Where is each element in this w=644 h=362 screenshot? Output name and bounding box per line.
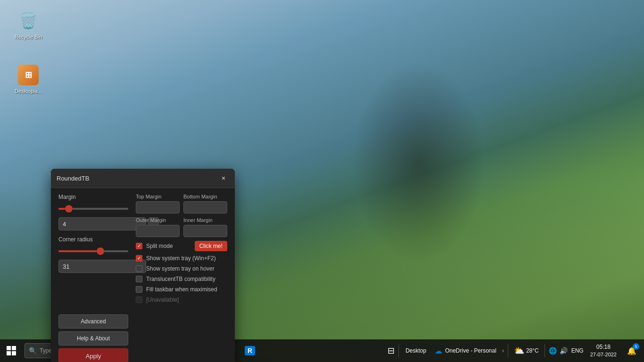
show-system-tray-checkbox[interactable]	[136, 255, 142, 262]
split-mode-row: Split mode Click me!	[136, 241, 227, 251]
dialog-right-panel: Top Margin Bottom Margin Outer Margin In…	[136, 194, 227, 307]
margin-input[interactable]	[58, 217, 146, 230]
weather-temperature: 28°C	[526, 347, 539, 354]
fill-taskbar-checkbox[interactable]	[136, 286, 142, 293]
margin-label: Margin	[58, 194, 128, 200]
translucent-tb-label: TranslucentTB compatibility	[146, 276, 227, 282]
unavailable-label: [Unavailable]	[146, 296, 227, 303]
split-mode-label: Split mode	[146, 243, 191, 249]
corner-radius-input-row	[58, 260, 128, 273]
tray-divider1	[398, 344, 399, 357]
language-button[interactable]: ENG	[570, 347, 586, 354]
dialog-close-button[interactable]: ×	[218, 173, 229, 184]
desktopplus-img: ⊞	[18, 65, 39, 85]
show-tray-hover-label: Show system tray on hover	[146, 265, 227, 272]
tray-divider2	[508, 344, 508, 357]
corner-radius-label: Corner radius	[58, 236, 128, 243]
scroll-indicator[interactable]: ⊟	[386, 346, 396, 355]
translucent-tb-checkbox[interactable]	[136, 276, 142, 282]
help-about-button[interactable]: Help & About	[58, 331, 128, 346]
app5-taskbar-icon[interactable]: R	[239, 340, 260, 361]
top-margin-input[interactable]	[136, 201, 180, 214]
outer-margin-label: Outer Margin	[136, 217, 180, 223]
margin-slider[interactable]	[58, 204, 128, 214]
show-system-tray-row: Show system tray (Win+F2)	[136, 255, 227, 262]
dialog-title: RoundedTB	[57, 175, 89, 182]
margin-slider-thumb[interactable]	[65, 205, 73, 213]
unavailable-row: [Unavailable]	[136, 296, 227, 303]
fill-taskbar-row: Fill taskbar when maximised	[136, 286, 227, 293]
weather-widget[interactable]: ⛅ 28°C	[511, 346, 542, 356]
options-section: Split mode Click me! Show system tray (W…	[136, 241, 227, 303]
search-icon: 🔍	[29, 347, 37, 354]
desktopplus-icon[interactable]: ⊞ Desktopla...	[9, 64, 47, 94]
corner-radius-input[interactable]	[58, 260, 146, 273]
translucent-tb-row: TranslucentTB compatibility	[136, 276, 227, 282]
system-tray-icons: 🌐 🔊	[548, 347, 569, 354]
click-me-button[interactable]: Click me!	[195, 241, 227, 251]
clock-display[interactable]: 05:18 27-07-2022	[586, 344, 620, 358]
bottom-margin-group: Bottom Margin	[183, 194, 227, 214]
tray-divider3	[545, 344, 545, 357]
scroll-icon: ⊟	[388, 346, 395, 355]
corner-radius-fill	[58, 250, 100, 252]
desktop-label[interactable]: Desktop	[402, 347, 430, 354]
recycle-bin-icon[interactable]: 🗑️ Recycle Bin	[9, 9, 47, 40]
inner-margin-label: Inner Margin	[183, 217, 227, 223]
dialog-content: Margin ... Corner radius	[51, 188, 235, 313]
corner-radius-slider[interactable]	[58, 247, 128, 256]
volume-icon[interactable]: 🔊	[559, 347, 569, 354]
app5-icon: R	[245, 346, 255, 355]
desktopplus-label: Desktopla...	[15, 88, 42, 94]
top-margin-label: Top Margin	[136, 194, 180, 199]
unavailable-checkbox	[136, 296, 142, 303]
margin-input-row: ...	[58, 217, 128, 230]
show-system-tray-label: Show system tray (Win+F2)	[146, 255, 227, 262]
onedrive-icon: ☁	[435, 346, 442, 355]
corner-radius-track	[58, 250, 128, 252]
top-margin-group: Top Margin	[136, 194, 180, 214]
dialog-titlebar: RoundedTB ×	[51, 169, 235, 188]
onedrive-label: OneDrive - Personal	[445, 347, 496, 354]
fill-taskbar-label: Fill taskbar when maximised	[146, 286, 227, 293]
windows-logo-icon	[7, 346, 16, 355]
network-icon[interactable]: 🌐	[548, 347, 558, 354]
clock-time: 05:18	[596, 344, 611, 351]
dialog-left-panel: Margin ... Corner radius	[58, 194, 128, 307]
outer-margin-input[interactable]	[136, 225, 180, 237]
split-mode-checkbox[interactable]	[136, 243, 142, 249]
desktop-icons: 🗑️ Recycle Bin ⊞ Desktopla...	[9, 9, 47, 94]
advanced-button[interactable]: Advanced	[58, 314, 128, 329]
weather-icon: ⛅	[514, 346, 524, 356]
recycle-bin-label: Recycle Bin	[15, 34, 42, 40]
bottom-margin-label: Bottom Margin	[183, 194, 227, 199]
margin-slider-track	[58, 208, 128, 210]
clock-date: 27-07-2022	[590, 351, 617, 358]
inner-margin-input[interactable]	[183, 225, 227, 237]
show-tray-hover-row: Show system tray on hover	[136, 265, 227, 272]
notification-badge: 5	[633, 343, 639, 350]
inner-margin-group: Inner Margin	[183, 217, 227, 237]
tray-expand-button[interactable]: ›	[501, 347, 505, 354]
dialog-footer: Advanced Help & About Apply	[51, 313, 235, 362]
apply-button[interactable]: Apply	[58, 348, 128, 362]
show-tray-hover-checkbox[interactable]	[136, 265, 142, 272]
notification-center-button[interactable]: 🔔 5	[621, 340, 642, 361]
taskbar-system-tray: ⊟ Desktop ☁ OneDrive - Personal › ⛅ 28°C…	[386, 340, 644, 361]
start-button[interactable]	[0, 339, 23, 362]
onedrive-tray-item[interactable]: ☁ OneDrive - Personal	[431, 346, 500, 355]
margin-grid: Top Margin Bottom Margin Outer Margin In…	[136, 194, 227, 237]
bottom-margin-input[interactable]	[183, 201, 227, 214]
outer-margin-group: Outer Margin	[136, 217, 180, 237]
roundedtb-dialog: RoundedTB × Margin ... Corner radius	[51, 169, 235, 362]
corner-radius-thumb[interactable]	[97, 247, 104, 255]
